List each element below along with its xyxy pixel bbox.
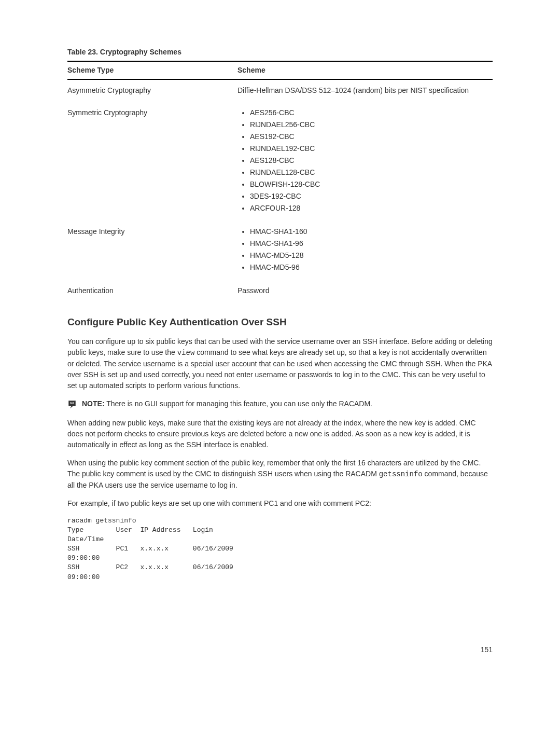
table-caption: Table 23. Cryptography Schemes <box>67 47 493 58</box>
note-block: NOTE: There is no GUI support for managi… <box>67 398 493 409</box>
list-item: BLOWFISH-128-CBC <box>250 179 488 190</box>
list-item: AES192-CBC <box>250 131 488 142</box>
cell-type: Symmetric Cryptography <box>67 102 237 221</box>
list-item: RIJNDAEL256-CBC <box>250 119 488 130</box>
cell-scheme: HMAC-SHA1-160 HMAC-SHA1-96 HMAC-MD5-128 … <box>237 221 493 280</box>
table-row: Asymmetric Cryptography Diffie-Hellman D… <box>67 79 493 102</box>
paragraph-4: For example, if two public keys are set … <box>67 498 493 509</box>
page-number: 151 <box>67 644 493 655</box>
list-item: HMAC-MD5-96 <box>250 262 488 273</box>
cell-scheme: AES256-CBC RIJNDAEL256-CBC AES192-CBC RI… <box>237 102 493 221</box>
list-item: HMAC-MD5-128 <box>250 250 488 261</box>
cell-type: Authentication <box>67 280 237 302</box>
list-item: HMAC-SHA1-160 <box>250 226 488 237</box>
list-item: RIJNDAEL128-CBC <box>250 167 488 178</box>
list-item: AES256-CBC <box>250 107 488 118</box>
note-text: NOTE: There is no GUI support for managi… <box>82 398 493 409</box>
p3-code: getssninfo <box>379 470 423 478</box>
list-item: 3DES-192-CBC <box>250 191 488 202</box>
list-item: AES128-CBC <box>250 155 488 166</box>
cell-type: Asymmetric Cryptography <box>67 79 237 102</box>
paragraph-2: When adding new public keys, make sure t… <box>67 418 493 450</box>
p1-code: view <box>177 349 195 357</box>
table-row: Message Integrity HMAC-SHA1-160 HMAC-SHA… <box>67 221 493 280</box>
table-row: Authentication Password <box>67 280 493 302</box>
code-block: racadm getssninfo Type User IP Address L… <box>67 516 493 582</box>
list-item: HMAC-SHA1-96 <box>250 238 488 249</box>
cell-type: Message Integrity <box>67 221 237 280</box>
list-item: ARCFOUR-128 <box>250 203 488 214</box>
note-body: There is no GUI support for managing thi… <box>105 399 372 408</box>
crypto-table: Scheme Type Scheme Asymmetric Cryptograp… <box>67 61 493 302</box>
cell-scheme: Password <box>237 280 493 302</box>
paragraph-3: When using the public key comment sectio… <box>67 458 493 491</box>
note-label: NOTE: <box>82 399 105 408</box>
th-scheme: Scheme <box>237 61 493 79</box>
note-icon <box>67 399 77 409</box>
table-row: Symmetric Cryptography AES256-CBC RIJNDA… <box>67 102 493 221</box>
section-heading: Configure Public Key Authentication Over… <box>67 315 493 330</box>
cell-scheme: Diffie-Hellman DSA/DSS 512–1024 (random)… <box>237 79 493 102</box>
paragraph-1: You can configure up to six public keys … <box>67 336 493 391</box>
list-item: RIJNDAEL192-CBC <box>250 143 488 154</box>
th-scheme-type: Scheme Type <box>67 61 237 79</box>
